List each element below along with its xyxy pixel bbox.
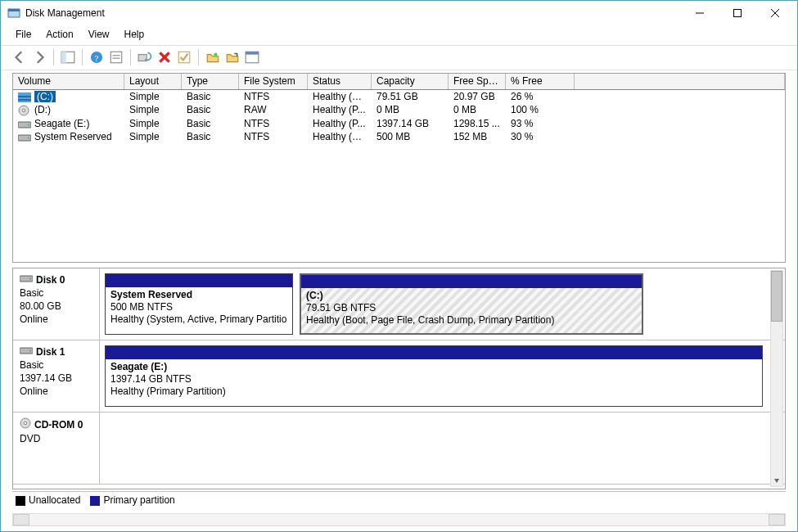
toolbar: ? [1,46,797,70]
volume-pct: 30 % [506,130,575,143]
svg-rect-7 [61,52,66,64]
col-filler [575,74,785,89]
menu-file[interactable]: File [16,29,31,40]
col-fs[interactable]: File System [239,74,308,89]
refresh-icon[interactable] [138,50,152,65]
volume-type: Basic [182,90,239,103]
partition-sub: 79.51 GB NTFS [306,302,376,313]
disk-row[interactable]: Disk 0Basic80.00 GBOnlineSystem Reserved… [13,268,785,340]
col-pct[interactable]: % Free [506,74,575,89]
hdd-icon [18,133,31,142]
volume-fs: NTFS [239,90,308,103]
menu-help[interactable]: Help [124,29,145,40]
volume-fs: RAW [239,103,308,117]
toolbar-separator [53,49,54,65]
partition-health: Healthy (Boot, Page File, Crash Dump, Pr… [306,314,554,326]
settings-view-icon[interactable] [245,50,259,65]
volume-status: Healthy (P... [308,103,372,117]
col-status[interactable]: Status [308,74,372,89]
minimize-button[interactable] [681,1,719,25]
disk-management-window: Disk Management File Action View Help ? [0,0,798,532]
legend: Unallocated Primary partition [12,491,786,508]
disk-status: Online [20,385,94,398]
properties-icon[interactable] [109,50,124,65]
svg-rect-19 [246,52,259,55]
open-folder-icon[interactable] [225,50,240,65]
maximize-button[interactable] [719,1,756,25]
col-volume[interactable]: Volume [13,74,124,89]
volume-type: Basic [182,103,239,117]
legend-unallocated: Unallocated [16,494,80,506]
close-button[interactable] [756,1,794,25]
help-icon[interactable]: ? [89,50,104,65]
new-folder-icon[interactable] [205,50,220,65]
col-capacity[interactable]: Capacity [372,74,449,89]
volume-free: 152 MB [449,130,506,143]
disk-label: Disk 0Basic80.00 GBOnline [13,268,100,340]
menu-view[interactable]: View [88,29,110,40]
disk-type: DVD [20,432,94,445]
disk-partitions: System Reserved500 MB NTFSHealthy (Syste… [100,268,785,340]
svg-point-17 [214,53,218,57]
toolbar-separator [130,49,131,65]
volume-name: Seagate (E:) [34,118,89,129]
volume-name: (C:) [34,91,56,102]
back-icon[interactable] [12,50,27,65]
disk-map[interactable]: Disk 0Basic80.00 GBOnlineSystem Reserved… [12,268,786,490]
disc-icon [18,105,31,116]
disc-icon [20,417,31,432]
volume-row[interactable]: (D:)SimpleBasicRAWHealthy (P...0 MB0 MB1… [13,103,785,117]
partition[interactable]: System Reserved500 MB NTFSHealthy (Syste… [105,273,293,335]
disk-row[interactable]: Disk 1Basic1397.14 GBOnlineSeagate (E:)1… [13,340,785,413]
horizontal-scrollbar[interactable] [12,513,786,526]
col-free[interactable]: Free Spa... [449,74,506,89]
svg-point-30 [29,277,31,279]
disk-row[interactable]: CD-ROM 0DVD [13,413,785,485]
volume-list[interactable]: Volume Layout Type File System Status Ca… [12,73,786,263]
legend-primary: Primary partition [90,494,174,506]
volume-free: 1298.15 ... [449,117,506,130]
disk-partitions [100,413,785,484]
disk-partitions: Seagate (E:)1397.14 GB NTFSHealthy (Prim… [100,340,785,412]
col-type[interactable]: Type [182,74,239,89]
swatch-blue-icon [90,496,100,506]
vertical-scrollbar[interactable] [770,270,783,488]
partition-color-bar [301,275,642,288]
scrollbar-thumb[interactable] [771,271,782,322]
mark-icon[interactable] [177,50,192,65]
show-hide-tree-icon[interactable] [61,50,75,65]
svg-text:?: ? [95,53,99,63]
col-layout[interactable]: Layout [124,74,182,89]
disk-label: CD-ROM 0DVD [13,413,100,484]
volume-status: Healthy (S... [308,130,372,143]
delete-icon[interactable] [157,50,172,65]
volume-name: (D:) [34,104,51,115]
volume-layout: Simple [124,103,182,117]
svg-rect-22 [18,99,31,101]
partition[interactable]: (C:)79.51 GB NTFSHealthy (Boot, Page Fil… [300,273,643,335]
volume-pct: 26 % [506,90,575,103]
svg-rect-3 [734,10,742,17]
volume-free: 0 MB [449,103,506,117]
disk-type: Basic [20,358,94,372]
svg-point-28 [28,137,29,138]
volume-row[interactable]: (C:)SimpleBasicNTFSHealthy (B...79.51 GB… [13,90,785,103]
volume-capacity: 1397.14 GB [372,117,449,130]
scrollbar-down-icon[interactable] [771,475,782,486]
volume-capacity: 79.51 GB [372,90,449,103]
title-bar: Disk Management [1,1,797,25]
partition[interactable]: Seagate (E:)1397.14 GB NTFSHealthy (Prim… [105,345,763,407]
partition-health: Healthy (System, Active, Primary Partiti… [110,313,286,325]
menu-action[interactable]: Action [46,29,73,40]
menu-bar: File Action View Help [1,25,797,46]
disk-title: Disk 0 [36,273,65,286]
volume-row[interactable]: System ReservedSimpleBasicNTFSHealthy (S… [13,130,785,143]
svg-rect-21 [18,96,31,97]
volume-row[interactable]: Seagate (E:)SimpleBasicNTFSHealthy (P...… [13,117,785,130]
disk-title: Disk 1 [36,345,65,358]
partition-sub: 1397.14 GB NTFS [110,373,192,385]
volume-pct: 93 % [506,117,575,130]
forward-icon[interactable] [32,50,47,65]
disk-title: CD-ROM 0 [34,418,83,431]
volume-free: 20.97 GB [449,90,506,103]
